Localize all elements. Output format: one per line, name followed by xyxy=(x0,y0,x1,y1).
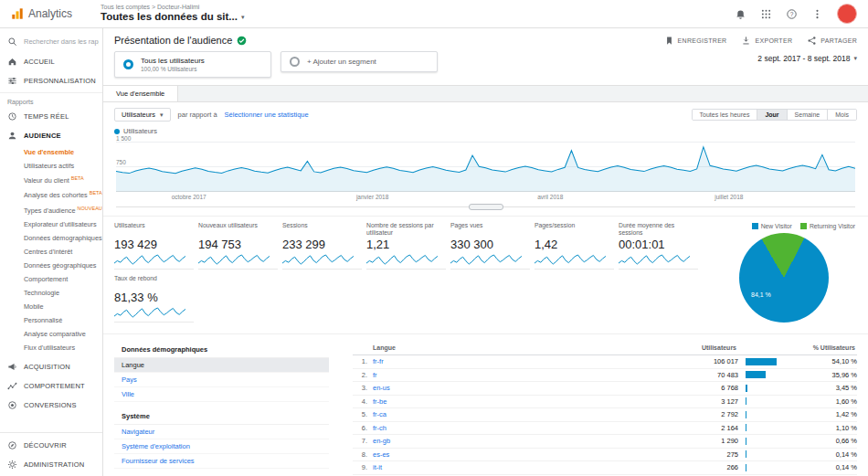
metric-select-value: Utilisateurs xyxy=(122,111,155,119)
metric-select[interactable]: Utilisateurs ▾ xyxy=(114,108,171,122)
granularity-toutes-les-heures[interactable]: Toutes les heures xyxy=(693,110,758,120)
sidebar-item-utilisateurs-actifs[interactable]: Utilisateurs actifs xyxy=(0,159,102,173)
sidebar-item-decouvrir[interactable]: DÉCOUVRIR xyxy=(0,436,102,455)
granularity-semaine[interactable]: Semaine xyxy=(788,110,829,120)
language-link[interactable]: fr-be xyxy=(373,397,656,406)
dimension-langue[interactable]: Langue xyxy=(114,358,329,373)
apps-grid-icon[interactable] xyxy=(760,8,772,20)
users-value: 1 290 xyxy=(656,437,738,445)
users-value: 266 xyxy=(656,463,738,471)
add-segment-button[interactable]: + Ajouter un segment xyxy=(281,51,438,72)
search-input[interactable] xyxy=(22,37,101,47)
timeline-icon xyxy=(7,381,17,391)
percent-value: 1,10 % xyxy=(815,424,857,432)
avatar[interactable] xyxy=(837,4,857,24)
segment-all-users[interactable]: Tous les utilisateurs 100,00 % Utilisate… xyxy=(114,51,271,78)
sidebar-item-label: TEMPS RÉEL xyxy=(24,112,69,121)
percent-bar xyxy=(746,371,766,378)
language-link[interactable]: en-gb xyxy=(373,437,656,445)
x-axis: octobre 2017janvier 2018avril 2018juille… xyxy=(116,194,855,203)
sidebar-item-technologie[interactable]: Technologie xyxy=(0,286,102,300)
language-link[interactable]: fr-fr xyxy=(373,357,656,365)
row-rank: 7. xyxy=(353,437,367,445)
breadcrumb[interactable]: Tous les comptes > Docteur-Halimi xyxy=(101,4,725,11)
help-icon[interactable]: ? xyxy=(786,8,798,20)
analytics-brand[interactable]: Analytics xyxy=(11,7,91,20)
dimension-systeme-d-exploitation[interactable]: Système d'exploitation xyxy=(114,439,329,454)
enregistrer-button[interactable]: ENREGISTRER xyxy=(664,36,727,46)
metric-label: Utilisateurs xyxy=(114,222,194,237)
language-link[interactable]: en-us xyxy=(373,384,656,392)
sidebar-item-valeur-du-client[interactable]: Valeur du clientBETA xyxy=(0,173,102,187)
column-header-utilisateurs[interactable]: Utilisateurs xyxy=(654,344,736,351)
visitor-pie-chart: 84,1 % xyxy=(739,233,829,323)
percent-cell: 54,10 % xyxy=(738,357,857,365)
percent-cell: 3,45 % xyxy=(738,384,857,392)
sidebar-item-personnalisation[interactable]: PERSONNALISATION xyxy=(0,71,102,90)
sidebar-item-temps-reel[interactable]: TEMPS RÉEL xyxy=(0,107,102,126)
sidebar: ACCUEILPERSONNALISATION Rapports TEMPS R… xyxy=(0,28,103,476)
users-line-chart[interactable]: 1 500 750 xyxy=(116,142,855,192)
exporter-button[interactable]: EXPORTER xyxy=(741,36,792,46)
more-vert-icon[interactable] xyxy=(811,8,823,20)
sidebar-item-analyse-des-cohortes[interactable]: Analyse des cohortesBETA xyxy=(0,187,102,202)
sidebar-item-label: COMPORTEMENT xyxy=(24,382,85,390)
granularity-mois[interactable]: Mois xyxy=(828,110,856,120)
select-stat-link[interactable]: Sélectionner une statistique xyxy=(225,111,309,119)
brush-handle[interactable] xyxy=(469,204,503,210)
granularity-jour[interactable]: Jour xyxy=(757,110,787,120)
sidebar-item-comportement[interactable]: Comportement xyxy=(0,272,102,286)
language-link[interactable]: it-it xyxy=(373,463,656,471)
percent-cell: 1,42 % xyxy=(738,410,857,418)
row-rank: 9. xyxy=(353,463,367,471)
sidebar-item-flux-d-utilisateurs[interactable]: Flux d'utilisateurs xyxy=(0,341,102,354)
sidebar-item-donnees-geographiques[interactable]: Données géographiques xyxy=(0,259,102,272)
sidebar-item-donnees-demographiques[interactable]: Données démographiques xyxy=(0,231,102,245)
dimension-navigateur[interactable]: Navigateur xyxy=(114,425,329,439)
header-actions: ENREGISTREREXPORTERPARTAGER xyxy=(664,36,857,46)
language-table: Langue Utilisateurs % Utilisateurs 1.fr-… xyxy=(353,342,857,476)
dimension-fournisseur-de-services[interactable]: Fournisseur de services xyxy=(114,454,329,469)
sidebar-item-administration[interactable]: ADMINISTRATION xyxy=(0,455,102,474)
notifications-icon[interactable] xyxy=(735,8,746,20)
sidebar-item-acquisition[interactable]: ACQUISITION xyxy=(0,357,102,376)
granularity-group: Toutes les heuresJourSemaineMois xyxy=(692,109,857,121)
language-link[interactable]: fr-ch xyxy=(373,424,656,432)
x-axis-label: octobre 2017 xyxy=(172,194,206,200)
language-link[interactable]: es-es xyxy=(373,450,656,459)
language-link[interactable]: fr-ca xyxy=(373,410,656,418)
sidebar-item-centres-d-interet[interactable]: Centres d'intérêt xyxy=(0,245,102,259)
sidebar-item-mobile[interactable]: Mobile xyxy=(0,300,102,313)
partager-button[interactable]: PARTAGER xyxy=(807,36,857,46)
sidebar-item-personnalise[interactable]: Personnalisé xyxy=(0,313,102,327)
date-range-picker[interactable]: 2 sept. 2017 - 8 sept. 2018 ▾ xyxy=(757,54,857,63)
sidebar-item-analyse-comparative[interactable]: Analyse comparative xyxy=(0,327,102,341)
sidebar-item-explorateur-d-utilisateurs[interactable]: Explorateur d'utilisateurs xyxy=(0,217,102,231)
tune-icon xyxy=(7,76,17,86)
sidebar-item-types-d-audience[interactable]: Types d'audienceNOUVEAU xyxy=(0,203,102,217)
percent-bar xyxy=(746,424,746,431)
sidebar-item-conversions[interactable]: CONVERSIONS xyxy=(0,396,102,415)
chevron-down-icon[interactable]: ▾ xyxy=(241,14,245,21)
column-header-pct-utilisateurs[interactable]: % Utilisateurs xyxy=(736,344,857,351)
metric-pages-vues: Pages vues330 300 xyxy=(450,222,530,270)
segment-ring-icon xyxy=(290,57,300,67)
dimension-pays[interactable]: Pays xyxy=(114,373,329,387)
metric-label: Durée moyenne des sessions xyxy=(619,222,698,237)
metric-nombre-de-sessions-par-utilisateur: Nombre de sessions par utilisateur1,21 xyxy=(366,222,446,270)
percent-bar-track xyxy=(746,411,815,418)
chart-legend: Utilisateurs xyxy=(103,123,868,136)
view-title[interactable]: Toutes les données du sit... xyxy=(101,11,238,24)
column-header-langue[interactable]: Langue xyxy=(353,344,654,351)
action-label: PARTAGER xyxy=(820,37,857,44)
report-search[interactable] xyxy=(0,30,102,52)
row-rank: 5. xyxy=(353,410,367,418)
sidebar-item-vue-d-ensemble[interactable]: Vue d'ensemble xyxy=(0,145,102,159)
sidebar-item-accueil[interactable]: ACCUEIL xyxy=(0,52,102,71)
dimension-ville[interactable]: Ville xyxy=(114,387,329,402)
legend-swatch-icon xyxy=(800,223,807,229)
language-link[interactable]: fr xyxy=(373,371,656,379)
sidebar-item-audience[interactable]: AUDIENCE xyxy=(0,126,102,145)
sidebar-item-comportement[interactable]: COMPORTEMENT xyxy=(0,376,102,396)
tab-vue-densemble[interactable]: Vue d'ensemble xyxy=(103,86,178,101)
